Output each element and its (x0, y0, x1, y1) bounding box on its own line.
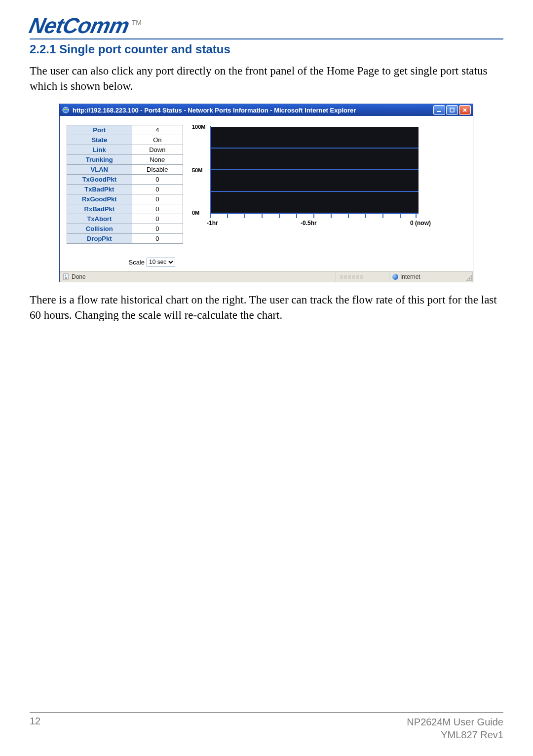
table-value: 0 (132, 194, 183, 204)
table-key: Trunking (67, 155, 132, 165)
window-buttons (433, 105, 471, 115)
page-footer: 12 NP2624M User Guide YML827 Rev1 (30, 712, 503, 741)
page-number: 12 (30, 716, 40, 741)
x-tick-label: -1hr (207, 220, 218, 227)
table-key: TxAbort (67, 214, 132, 224)
svg-rect-3 (64, 274, 68, 280)
status-done-text: Done (72, 273, 86, 280)
table-key: State (67, 135, 132, 145)
status-bar: Done Internet (60, 271, 473, 282)
table-key: VLAN (67, 165, 132, 175)
header-rule (30, 38, 503, 39)
table-value: None (132, 155, 183, 165)
table-row: TxAbort0 (67, 214, 183, 224)
intro-paragraph: The user can also click any port directl… (30, 63, 503, 94)
trademark-symbol: TM (132, 19, 142, 27)
table-value: 0 (132, 224, 183, 234)
table-key: DropPkt (67, 234, 132, 244)
closing-paragraph: There is a flow rate historical chart on… (30, 292, 503, 323)
close-button[interactable] (459, 105, 471, 115)
footer-rev: YML827 Rev1 (407, 728, 503, 741)
svg-rect-9 (348, 275, 351, 279)
table-key: Port (67, 125, 132, 135)
table-key: RxBadPkt (67, 204, 132, 214)
port-status-table: Port4StateOnLinkDownTrunkingNoneVLANDisa… (67, 125, 183, 244)
window-title: http://192.168.223.100 - Port4 Status - … (73, 107, 433, 114)
status-done-pane: Done (60, 272, 336, 282)
svg-rect-1 (437, 111, 441, 112)
table-row: LinkDown (67, 145, 183, 155)
svg-rect-4 (65, 275, 66, 276)
x-tick-label: -0.5hr (301, 220, 317, 227)
y-tick-label: 50M (192, 167, 202, 173)
svg-rect-6 (65, 278, 67, 279)
y-tick-label: 100M (192, 124, 206, 130)
progress-ticks-icon (339, 274, 386, 280)
section-heading: 2.2.1 Single port counter and status (30, 42, 503, 56)
table-row: Collision0 (67, 224, 183, 234)
globe-icon (392, 274, 398, 280)
table-key: Collision (67, 224, 132, 234)
table-value: Down (132, 145, 183, 155)
table-row: RxGoodPkt0 (67, 194, 183, 204)
status-zone-text: Internet (400, 273, 420, 280)
svg-rect-5 (65, 277, 67, 278)
table-value: Disable (132, 165, 183, 175)
table-row: Port4 (67, 125, 183, 135)
table-row: TxBadPkt0 (67, 185, 183, 194)
table-key: TxBadPkt (67, 185, 132, 194)
table-row: DropPkt0 (67, 234, 183, 244)
window-titlebar: http://192.168.223.100 - Port4 Status - … (60, 104, 473, 116)
brand-logo: NetComm TM (30, 15, 503, 37)
x-tick-label: 0 (now) (410, 220, 431, 227)
table-value: 0 (132, 204, 183, 214)
svg-rect-2 (450, 108, 454, 112)
ie-window: http://192.168.223.100 - Port4 Status - … (59, 104, 473, 282)
table-row: TxGoodPkt0 (67, 175, 183, 185)
minimize-button[interactable] (433, 105, 445, 115)
scale-select[interactable]: 10 sec (147, 258, 175, 266)
svg-rect-12 (360, 275, 363, 279)
chart-plot-area (210, 126, 419, 214)
maximize-button[interactable] (446, 105, 458, 115)
table-value: 0 (132, 234, 183, 244)
table-value: 0 (132, 214, 183, 224)
table-row: StateOn (67, 135, 183, 145)
x-axis-ticks (210, 214, 417, 219)
svg-rect-7 (340, 275, 343, 279)
port-info-panel: Port4StateOnLinkDownTrunkingNoneVLANDisa… (67, 125, 183, 266)
y-tick-label: 0M (192, 210, 199, 216)
flow-rate-chart: 100M 50M 0M (192, 125, 449, 233)
table-row: TrunkingNone (67, 155, 183, 165)
table-row: VLANDisable (67, 165, 183, 175)
scale-label: Scale (128, 259, 145, 266)
table-value: 0 (132, 175, 183, 185)
resize-grip-icon[interactable] (466, 275, 472, 281)
page-icon (63, 273, 70, 280)
window-content: Port4StateOnLinkDownTrunkingNoneVLANDisa… (60, 116, 473, 271)
footer-guide: NP2624M User Guide (407, 716, 503, 728)
table-row: RxBadPkt0 (67, 204, 183, 214)
ie-app-icon (62, 106, 70, 114)
table-value: On (132, 135, 183, 145)
table-value: 4 (132, 125, 183, 135)
table-key: TxGoodPkt (67, 175, 132, 185)
table-key: RxGoodPkt (67, 194, 132, 204)
svg-rect-8 (344, 275, 347, 279)
scale-control: Scale 10 sec (67, 258, 183, 266)
status-progress-pane (336, 272, 389, 282)
svg-rect-11 (356, 275, 359, 279)
status-zone-pane: Internet (389, 272, 473, 282)
logo-text: NetComm (27, 15, 131, 37)
svg-rect-10 (352, 275, 355, 279)
table-value: 0 (132, 185, 183, 194)
table-key: Link (67, 145, 132, 155)
